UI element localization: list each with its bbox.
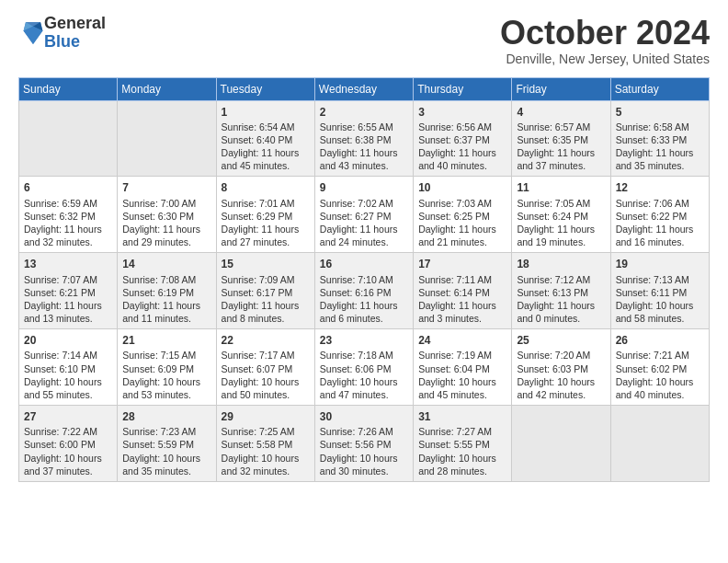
sunset-text: Sunset: 6:27 PM <box>320 211 392 222</box>
sunset-text: Sunset: 6:00 PM <box>24 439 96 450</box>
sunrise-text: Sunrise: 6:57 AM <box>517 121 590 132</box>
daylight-text: Daylight: 11 hours and 21 minutes. <box>418 224 496 247</box>
calendar-day-header: Thursday <box>414 77 512 100</box>
sunset-text: Sunset: 6:17 PM <box>222 287 293 298</box>
sunset-text: Sunset: 6:30 PM <box>122 211 194 222</box>
calendar-cell: 30Sunrise: 7:26 AMSunset: 5:56 PMDayligh… <box>314 406 413 482</box>
calendar-cell: 3Sunrise: 6:56 AMSunset: 6:37 PMDaylight… <box>414 100 512 177</box>
sunrise-text: Sunrise: 7:12 AM <box>517 274 590 285</box>
day-number: 18 <box>517 257 605 271</box>
sunset-text: Sunset: 6:07 PM <box>222 363 293 374</box>
daylight-text: Daylight: 11 hours and 8 minutes. <box>222 300 300 324</box>
day-number: 1 <box>222 105 310 120</box>
calendar-cell: 25Sunrise: 7:20 AMSunset: 6:03 PMDayligh… <box>512 329 610 406</box>
sunset-text: Sunset: 6:10 PM <box>24 363 96 374</box>
header: General Blue October 2024 Denville, New … <box>18 15 710 66</box>
sunrise-text: Sunrise: 7:05 AM <box>517 198 590 209</box>
sunset-text: Sunset: 6:25 PM <box>418 211 490 222</box>
day-number: 28 <box>122 409 210 424</box>
day-number: 26 <box>616 333 704 348</box>
logo: General Blue <box>18 15 106 52</box>
calendar-cell: 7Sunrise: 7:00 AMSunset: 6:30 PMDaylight… <box>118 177 216 253</box>
day-number: 3 <box>418 105 506 120</box>
sunrise-text: Sunrise: 7:07 AM <box>24 274 97 285</box>
calendar-cell: 28Sunrise: 7:23 AMSunset: 5:59 PMDayligh… <box>118 406 216 482</box>
sunrise-text: Sunrise: 7:02 AM <box>320 198 393 209</box>
daylight-text: Daylight: 10 hours and 35 minutes. <box>122 453 200 477</box>
daylight-text: Daylight: 11 hours and 19 minutes. <box>517 224 595 247</box>
calendar-cell: 19Sunrise: 7:13 AMSunset: 6:11 PMDayligh… <box>610 253 709 329</box>
daylight-text: Daylight: 11 hours and 45 minutes. <box>222 147 300 171</box>
calendar-cell: 22Sunrise: 7:17 AMSunset: 6:07 PMDayligh… <box>216 329 314 406</box>
day-number: 30 <box>320 409 408 424</box>
sunrise-text: Sunrise: 7:03 AM <box>418 198 492 209</box>
sunset-text: Sunset: 6:38 PM <box>320 134 392 145</box>
calendar-week-row: 13Sunrise: 7:07 AMSunset: 6:21 PMDayligh… <box>19 253 710 329</box>
calendar-cell: 16Sunrise: 7:10 AMSunset: 6:16 PMDayligh… <box>314 253 413 329</box>
sunrise-text: Sunrise: 7:23 AM <box>122 426 196 437</box>
daylight-text: Daylight: 11 hours and 13 minutes. <box>24 300 102 324</box>
calendar-cell: 20Sunrise: 7:14 AMSunset: 6:10 PMDayligh… <box>19 329 118 406</box>
calendar-week-row: 27Sunrise: 7:22 AMSunset: 6:00 PMDayligh… <box>19 406 710 482</box>
sunrise-text: Sunrise: 7:13 AM <box>616 274 689 285</box>
calendar-cell: 1Sunrise: 6:54 AMSunset: 6:40 PMDaylight… <box>216 100 314 177</box>
sunset-text: Sunset: 6:16 PM <box>320 287 392 298</box>
day-number: 2 <box>320 105 408 120</box>
daylight-text: Daylight: 11 hours and 35 minutes. <box>616 147 694 171</box>
calendar-cell <box>118 100 216 177</box>
calendar-header-row: SundayMondayTuesdayWednesdayThursdayFrid… <box>19 77 710 100</box>
calendar-cell: 11Sunrise: 7:05 AMSunset: 6:24 PMDayligh… <box>512 177 610 253</box>
daylight-text: Daylight: 10 hours and 45 minutes. <box>418 376 496 400</box>
calendar-cell: 17Sunrise: 7:11 AMSunset: 6:14 PMDayligh… <box>414 253 512 329</box>
day-number: 29 <box>222 409 310 424</box>
sunrise-text: Sunrise: 7:19 AM <box>418 350 492 361</box>
sunrise-text: Sunrise: 7:25 AM <box>222 426 295 437</box>
day-number: 22 <box>222 333 310 348</box>
daylight-text: Daylight: 11 hours and 43 minutes. <box>320 147 398 171</box>
sunrise-text: Sunrise: 7:14 AM <box>24 350 97 361</box>
daylight-text: Daylight: 11 hours and 27 minutes. <box>222 224 300 247</box>
sunrise-text: Sunrise: 6:58 AM <box>616 121 689 132</box>
logo-general: General <box>44 15 106 33</box>
daylight-text: Daylight: 11 hours and 29 minutes. <box>122 224 200 247</box>
day-number: 23 <box>320 333 408 348</box>
sunset-text: Sunset: 5:59 PM <box>122 439 194 450</box>
calendar-cell: 15Sunrise: 7:09 AMSunset: 6:17 PMDayligh… <box>216 253 314 329</box>
day-number: 5 <box>616 105 704 120</box>
sunrise-text: Sunrise: 7:18 AM <box>320 350 393 361</box>
day-number: 21 <box>122 333 210 348</box>
calendar-cell: 27Sunrise: 7:22 AMSunset: 6:00 PMDayligh… <box>19 406 118 482</box>
daylight-text: Daylight: 11 hours and 32 minutes. <box>24 224 102 247</box>
calendar-week-row: 1Sunrise: 6:54 AMSunset: 6:40 PMDaylight… <box>19 100 710 177</box>
calendar-week-row: 6Sunrise: 6:59 AMSunset: 6:32 PMDaylight… <box>19 177 710 253</box>
calendar-cell: 4Sunrise: 6:57 AMSunset: 6:35 PMDaylight… <box>512 100 610 177</box>
daylight-text: Daylight: 10 hours and 47 minutes. <box>320 376 398 400</box>
sunset-text: Sunset: 6:32 PM <box>24 211 96 222</box>
daylight-text: Daylight: 10 hours and 42 minutes. <box>517 376 595 400</box>
day-number: 24 <box>418 333 506 348</box>
daylight-text: Daylight: 10 hours and 37 minutes. <box>24 453 102 477</box>
sunrise-text: Sunrise: 7:00 AM <box>122 198 196 209</box>
calendar-cell: 8Sunrise: 7:01 AMSunset: 6:29 PMDaylight… <box>216 177 314 253</box>
sunset-text: Sunset: 6:37 PM <box>418 134 490 145</box>
daylight-text: Daylight: 11 hours and 37 minutes. <box>517 147 595 171</box>
daylight-text: Daylight: 10 hours and 40 minutes. <box>616 376 694 400</box>
calendar-day-header: Wednesday <box>314 77 413 100</box>
day-number: 15 <box>222 257 310 271</box>
sunset-text: Sunset: 6:40 PM <box>222 134 293 145</box>
calendar-week-row: 20Sunrise: 7:14 AMSunset: 6:10 PMDayligh… <box>19 329 710 406</box>
calendar-subtitle: Denville, New Jersey, United States <box>500 52 710 66</box>
calendar-day-header: Saturday <box>610 77 709 100</box>
day-number: 17 <box>418 257 506 271</box>
sunset-text: Sunset: 6:24 PM <box>517 211 588 222</box>
sunset-text: Sunset: 6:22 PM <box>616 211 688 222</box>
sunrise-text: Sunrise: 7:27 AM <box>418 426 492 437</box>
day-number: 12 <box>616 180 704 195</box>
title-block: October 2024 Denville, New Jersey, Unite… <box>500 15 710 66</box>
calendar-cell <box>610 406 709 482</box>
daylight-text: Daylight: 10 hours and 50 minutes. <box>222 376 300 400</box>
daylight-text: Daylight: 11 hours and 16 minutes. <box>616 224 694 247</box>
sunset-text: Sunset: 6:14 PM <box>418 287 490 298</box>
sunset-text: Sunset: 6:06 PM <box>320 363 392 374</box>
sunset-text: Sunset: 6:09 PM <box>122 363 194 374</box>
